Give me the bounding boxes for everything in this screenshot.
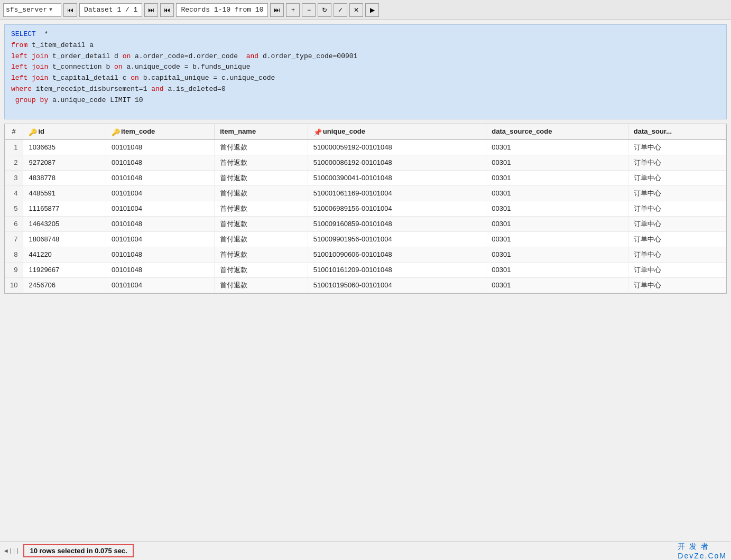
sql-line: group by a.unique_code LIMIT 10 [11, 95, 720, 106]
cell-data_source_code: 00301 [486, 170, 628, 185]
cell-data_source_code: 00301 [486, 139, 628, 155]
cell-item_name: 首付退款 [215, 201, 308, 216]
table-row[interactable]: 51116587700101004首付退款510006989156-001010… [5, 201, 726, 216]
sql-line: SELECT * [11, 29, 720, 40]
cell-item_code: 00101048 [106, 247, 215, 262]
cell-data_source: 订单中心 [628, 139, 726, 155]
sql-line: left join t_capital_detail c on b.capita… [11, 73, 720, 84]
col-header-id[interactable]: 🔑id [23, 124, 106, 139]
cell-unique_code: 510010161209-00101048 [308, 262, 486, 277]
cell-unique_code: 510010090606-00101048 [308, 247, 486, 262]
cell-item_code: 00101048 [106, 155, 215, 170]
scroll-left-arrow[interactable]: ◀ [4, 547, 8, 554]
table-row[interactable]: 61464320500101048首付返款510009160859-001010… [5, 216, 726, 231]
cell-item_code: 00101048 [106, 216, 215, 231]
cell-unique_code: 510010195060-00101004 [308, 277, 486, 293]
cell-data_source: 订单中心 [628, 201, 726, 216]
cell-rownum: 2 [5, 155, 23, 170]
col-header-item_name[interactable]: item_name [215, 124, 308, 139]
dataset-label: Dataset 1 / 1 [79, 3, 142, 17]
cell-data_source_code: 00301 [486, 247, 628, 262]
table-row[interactable]: 71806874800101004首付退款510009901956-001010… [5, 231, 726, 247]
cell-unique_code: 510006989156-00101004 [308, 201, 486, 216]
server-select[interactable]: sfs_server ▼ [3, 3, 61, 17]
cell-data_source: 订单中心 [628, 247, 726, 262]
cell-id: 18068748 [23, 231, 106, 247]
nav-prev-records-button[interactable]: ⏮ [160, 3, 174, 17]
cell-data_source: 订单中心 [628, 262, 726, 277]
cell-rownum: 4 [5, 185, 23, 201]
refresh-button[interactable]: ↻ [318, 3, 331, 17]
sql-line: left join t_connection b on a.unique_cod… [11, 62, 720, 73]
table-row[interactable]: 844122000101048首付返款510010090606-00101048… [5, 247, 726, 262]
cell-data_source_code: 00301 [486, 185, 628, 201]
cell-unique_code: 510009901956-00101004 [308, 231, 486, 247]
cell-data_source_code: 00301 [486, 216, 628, 231]
cell-data_source_code: 00301 [486, 262, 628, 277]
cell-data_source: 订单中心 [628, 277, 726, 293]
col-header-item_code[interactable]: 🔑item_code [106, 124, 215, 139]
cell-item_name: 首付返款 [215, 247, 308, 262]
scroll-indicator: ||| [9, 548, 20, 554]
cell-rownum: 3 [5, 170, 23, 185]
cell-item_code: 00101048 [106, 139, 215, 155]
cell-id: 9272087 [23, 155, 106, 170]
confirm-button[interactable]: ✓ [334, 3, 347, 17]
export-button[interactable]: ▶ [365, 3, 379, 17]
status-bar: ◀ ||| 10 rows selected in 0.075 sec. 开 发… [0, 541, 731, 560]
results-table-container: #🔑id🔑item_codeitem_name📌unique_codedata_… [4, 124, 727, 294]
table-row[interactable]: 4448559100101004首付退款510001061169-0010100… [5, 185, 726, 201]
cell-item_code: 00101004 [106, 185, 215, 201]
cell-item_name: 首付返款 [215, 262, 308, 277]
cell-data_source: 订单中心 [628, 216, 726, 231]
table-row[interactable]: 3483877800101048首付返款510000390041-0010104… [5, 170, 726, 185]
cell-item_name: 首付退款 [215, 231, 308, 247]
results-table: #🔑id🔑item_codeitem_name📌unique_codedata_… [5, 124, 726, 293]
cancel-button[interactable]: ✕ [349, 3, 363, 17]
cell-unique_code: 510000390041-00101048 [308, 170, 486, 185]
cell-id: 11165877 [23, 201, 106, 216]
nav-first-button[interactable]: ⏮ [63, 3, 77, 17]
cell-data_source_code: 00301 [486, 155, 628, 170]
add-row-button[interactable]: + [286, 3, 300, 17]
table-row[interactable]: 2927208700101048首付返款510000086192-0010104… [5, 155, 726, 170]
cell-data_source: 订单中心 [628, 170, 726, 185]
cell-rownum: 1 [5, 139, 23, 155]
sql-editor[interactable]: SELECT *from t_item_detail aleft join t_… [4, 24, 727, 119]
cell-data_source_code: 00301 [486, 231, 628, 247]
cell-rownum: 7 [5, 231, 23, 247]
remove-row-button[interactable]: − [302, 3, 316, 17]
nav-next-records-button[interactable]: ⏭ [270, 3, 284, 17]
nav-next-dataset-button[interactable]: ⏭ [144, 3, 158, 17]
cell-unique_code: 510000086192-00101048 [308, 155, 486, 170]
cell-rownum: 9 [5, 262, 23, 277]
cell-data_source: 订单中心 [628, 185, 726, 201]
cell-rownum: 5 [5, 201, 23, 216]
col-header-rownum[interactable]: # [5, 124, 23, 139]
toolbar: sfs_server ▼ ⏮ Dataset 1 / 1 ⏭ ⏮ Records… [0, 0, 731, 20]
sql-line: where item_receipt_disbursement=1 and a.… [11, 84, 720, 95]
cell-data_source: 订单中心 [628, 231, 726, 247]
table-row[interactable]: 1103663500101048首付返款510000059192-0010104… [5, 139, 726, 155]
server-name: sfs_server [6, 6, 47, 14]
cell-data_source: 订单中心 [628, 155, 726, 170]
cell-unique_code: 510000059192-00101048 [308, 139, 486, 155]
cell-id: 14643205 [23, 216, 106, 231]
cell-item_code: 00101048 [106, 170, 215, 185]
server-dropdown-arrow: ▼ [49, 7, 59, 13]
col-header-data_source_code[interactable]: data_source_code [486, 124, 628, 139]
cell-item_code: 00101004 [106, 201, 215, 216]
pin-icon: 📌 [313, 128, 321, 136]
cell-unique_code: 510009160859-00101048 [308, 216, 486, 231]
cell-item_code: 00101048 [106, 262, 215, 277]
cell-rownum: 6 [5, 216, 23, 231]
cell-id: 11929667 [23, 262, 106, 277]
branding: 开 发 者DevZe.CoM [678, 542, 727, 560]
status-message: 10 rows selected in 0.075 sec. [23, 544, 133, 557]
table-row[interactable]: 91192966700101048首付返款510010161209-001010… [5, 262, 726, 277]
col-header-unique_code[interactable]: 📌unique_code [308, 124, 486, 139]
cell-id: 4485591 [23, 185, 106, 201]
table-row[interactable]: 10245670600101004首付退款510010195060-001010… [5, 277, 726, 293]
records-label: Records 1-10 from 10 [176, 3, 268, 17]
col-header-data_source[interactable]: data_sour... [628, 124, 726, 139]
